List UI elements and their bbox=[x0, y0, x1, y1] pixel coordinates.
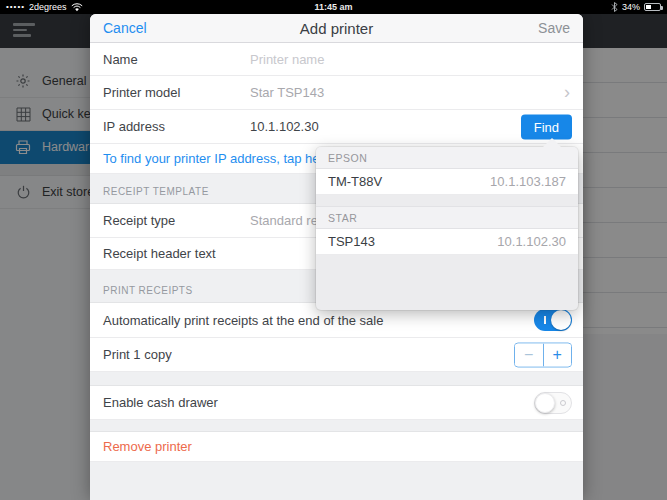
decrement-copies-button[interactable]: − bbox=[515, 343, 544, 366]
print-copies-label: Print 1 copy bbox=[103, 347, 172, 362]
cash-drawer-row: Enable cash drawer bbox=[90, 386, 583, 420]
save-button[interactable]: Save bbox=[538, 20, 570, 36]
ip-address-row: IP address 10.1.102.30 Find bbox=[90, 110, 583, 144]
printer-model-label: Printer model bbox=[103, 85, 180, 100]
printer-model-row[interactable]: Printer model Star TSP143 › bbox=[90, 76, 583, 110]
cash-drawer-toggle[interactable] bbox=[534, 392, 572, 414]
battery-icon bbox=[644, 3, 661, 11]
screen: ••••• 2degrees 11:45 am 34% bbox=[0, 0, 667, 500]
auto-print-label: Automatically print receipts at the end … bbox=[103, 313, 383, 328]
popover-section-epson: EPSON bbox=[316, 147, 578, 169]
printer-name-row: Name Printer name bbox=[90, 43, 583, 76]
printer-result-ip: 10.1.102.30 bbox=[497, 234, 566, 249]
auto-print-toggle[interactable] bbox=[534, 309, 572, 331]
print-copies-row: Print 1 copy − + bbox=[90, 338, 583, 372]
popover-spacer bbox=[316, 195, 578, 207]
section-spacer bbox=[90, 462, 583, 500]
modal-title: Add printer bbox=[90, 20, 583, 37]
receipt-header-text-label: Receipt header text bbox=[103, 246, 216, 261]
modal-header: Cancel Add printer Save bbox=[90, 14, 583, 43]
popover-section-star: STAR bbox=[316, 207, 578, 229]
find-button[interactable]: Find bbox=[521, 114, 572, 139]
ip-address-input[interactable]: 10.1.102.30 bbox=[250, 119, 319, 134]
printer-name-input[interactable]: Printer name bbox=[250, 52, 324, 67]
status-bar: ••••• 2degrees 11:45 am 34% bbox=[0, 0, 667, 14]
clock: 11:45 am bbox=[0, 2, 667, 12]
section-spacer bbox=[90, 372, 583, 386]
printer-model-value: Star TSP143 bbox=[250, 85, 324, 100]
name-label: Name bbox=[103, 52, 138, 67]
section-spacer bbox=[90, 420, 583, 432]
printer-list-popover: EPSON TM-T88V 10.1.103.187 STAR TSP143 1… bbox=[316, 147, 578, 310]
printer-result-row[interactable]: TM-T88V 10.1.103.187 bbox=[316, 169, 578, 195]
receipt-type-label: Receipt type bbox=[103, 213, 175, 228]
cash-drawer-label: Enable cash drawer bbox=[103, 395, 218, 410]
remove-printer-button[interactable]: Remove printer bbox=[90, 432, 583, 462]
printer-result-row[interactable]: TSP143 10.1.102.30 bbox=[316, 229, 578, 255]
increment-copies-button[interactable]: + bbox=[544, 343, 572, 366]
printer-result-name: TSP143 bbox=[328, 234, 375, 249]
printer-result-name: TM-T88V bbox=[328, 174, 382, 189]
printer-result-ip: 10.1.103.187 bbox=[490, 174, 566, 189]
popover-arrow-icon bbox=[543, 138, 561, 147]
ip-address-label: IP address bbox=[103, 119, 165, 134]
chevron-right-icon: › bbox=[564, 82, 570, 100]
copies-stepper: − + bbox=[514, 342, 572, 367]
